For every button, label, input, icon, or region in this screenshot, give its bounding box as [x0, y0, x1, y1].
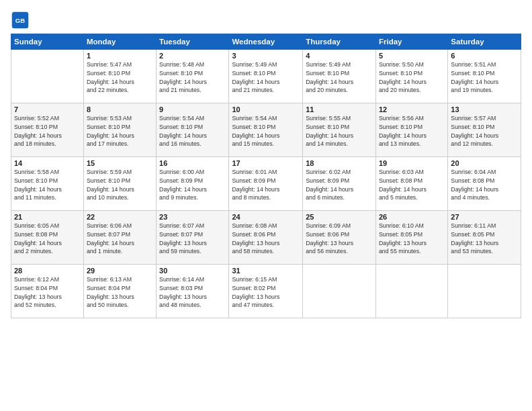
calendar-cell: 23Sunrise: 6:07 AM Sunset: 8:07 PM Dayli… — [157, 211, 229, 265]
calendar-cell: 26Sunrise: 6:10 AM Sunset: 8:05 PM Dayli… — [375, 211, 447, 265]
day-number: 31 — [232, 267, 300, 275]
day-number: 17 — [232, 159, 300, 167]
day-number: 4 — [306, 52, 373, 60]
header: GB — [11, 11, 521, 30]
day-info: Sunrise: 5:47 AM Sunset: 8:10 PM Dayligh… — [87, 60, 153, 95]
calendar-header-cell: Saturday — [448, 34, 521, 50]
day-info: Sunrise: 6:13 AM Sunset: 8:04 PM Dayligh… — [87, 275, 153, 310]
svg-text:GB: GB — [15, 17, 25, 24]
day-info: Sunrise: 5:53 AM Sunset: 8:10 PM Dayligh… — [87, 114, 153, 148]
day-info: Sunrise: 6:12 AM Sunset: 8:04 PM Dayligh… — [14, 275, 81, 310]
calendar-week-row: 28Sunrise: 6:12 AM Sunset: 8:04 PM Dayli… — [11, 265, 521, 318]
calendar-cell — [448, 265, 521, 318]
calendar-cell: 13Sunrise: 5:57 AM Sunset: 8:10 PM Dayli… — [448, 103, 521, 157]
day-info: Sunrise: 6:05 AM Sunset: 8:08 PM Dayligh… — [14, 222, 81, 256]
calendar-cell — [11, 50, 84, 103]
day-info: Sunrise: 6:08 AM Sunset: 8:06 PM Dayligh… — [232, 222, 300, 256]
calendar-cell: 30Sunrise: 6:14 AM Sunset: 8:03 PM Dayli… — [157, 265, 229, 318]
day-number: 30 — [159, 267, 226, 275]
day-number: 8 — [87, 105, 153, 113]
calendar-header-cell: Wednesday — [229, 34, 303, 50]
day-number: 28 — [14, 267, 81, 275]
calendar-cell: 8Sunrise: 5:53 AM Sunset: 8:10 PM Daylig… — [83, 103, 156, 157]
day-number: 12 — [379, 105, 445, 113]
calendar-week-row: 1Sunrise: 5:47 AM Sunset: 8:10 PM Daylig… — [11, 50, 521, 103]
calendar-week-row: 14Sunrise: 5:58 AM Sunset: 8:10 PM Dayli… — [11, 157, 521, 211]
calendar-cell: 11Sunrise: 5:55 AM Sunset: 8:10 PM Dayli… — [303, 103, 376, 157]
day-number: 11 — [306, 105, 373, 113]
calendar-cell: 10Sunrise: 5:54 AM Sunset: 8:10 PM Dayli… — [229, 103, 303, 157]
calendar-cell: 31Sunrise: 6:15 AM Sunset: 8:02 PM Dayli… — [229, 265, 303, 318]
calendar-cell: 3Sunrise: 5:49 AM Sunset: 8:10 PM Daylig… — [229, 50, 303, 103]
day-number: 2 — [159, 52, 226, 60]
day-number: 9 — [159, 105, 226, 113]
calendar-header-cell: Thursday — [303, 34, 376, 50]
day-info: Sunrise: 6:11 AM Sunset: 8:05 PM Dayligh… — [451, 222, 518, 256]
calendar-week-row: 21Sunrise: 6:05 AM Sunset: 8:08 PM Dayli… — [11, 211, 521, 265]
calendar-header-cell: Tuesday — [157, 34, 229, 50]
day-info: Sunrise: 6:00 AM Sunset: 8:09 PM Dayligh… — [159, 168, 226, 202]
day-info: Sunrise: 5:54 AM Sunset: 8:10 PM Dayligh… — [159, 114, 226, 148]
calendar-header-cell: Monday — [83, 34, 156, 50]
day-info: Sunrise: 5:52 AM Sunset: 8:10 PM Dayligh… — [14, 114, 81, 148]
day-info: Sunrise: 5:54 AM Sunset: 8:10 PM Dayligh… — [232, 114, 300, 148]
calendar-cell: 25Sunrise: 6:09 AM Sunset: 8:06 PM Dayli… — [303, 211, 376, 265]
day-number: 7 — [14, 105, 81, 113]
day-info: Sunrise: 5:59 AM Sunset: 8:10 PM Dayligh… — [87, 168, 153, 202]
day-number: 3 — [232, 52, 300, 60]
calendar-cell: 12Sunrise: 5:56 AM Sunset: 8:10 PM Dayli… — [375, 103, 447, 157]
calendar-header-cell: Sunday — [11, 34, 84, 50]
calendar-table: SundayMondayTuesdayWednesdayThursdayFrid… — [11, 34, 521, 318]
day-number: 22 — [87, 213, 153, 221]
calendar-cell: 1Sunrise: 5:47 AM Sunset: 8:10 PM Daylig… — [83, 50, 156, 103]
page: GB SundayMondayTuesdayWednesdayThursdayF… — [0, 0, 532, 411]
day-info: Sunrise: 6:03 AM Sunset: 8:08 PM Dayligh… — [379, 168, 445, 202]
day-number: 25 — [306, 213, 373, 221]
calendar-cell — [303, 265, 376, 318]
calendar-cell: 24Sunrise: 6:08 AM Sunset: 8:06 PM Dayli… — [229, 211, 303, 265]
day-number: 1 — [87, 52, 153, 60]
day-info: Sunrise: 5:49 AM Sunset: 8:10 PM Dayligh… — [232, 60, 300, 95]
day-info: Sunrise: 6:06 AM Sunset: 8:07 PM Dayligh… — [87, 222, 153, 256]
calendar-cell: 18Sunrise: 6:02 AM Sunset: 8:09 PM Dayli… — [303, 157, 376, 211]
day-number: 16 — [159, 159, 226, 167]
day-info: Sunrise: 5:49 AM Sunset: 8:10 PM Dayligh… — [306, 60, 373, 95]
calendar-cell: 7Sunrise: 5:52 AM Sunset: 8:10 PM Daylig… — [11, 103, 84, 157]
day-info: Sunrise: 5:56 AM Sunset: 8:10 PM Dayligh… — [379, 114, 445, 148]
day-number: 20 — [451, 159, 518, 167]
day-info: Sunrise: 6:04 AM Sunset: 8:08 PM Dayligh… — [451, 168, 518, 202]
calendar-cell: 9Sunrise: 5:54 AM Sunset: 8:10 PM Daylig… — [157, 103, 229, 157]
calendar-cell: 21Sunrise: 6:05 AM Sunset: 8:08 PM Dayli… — [11, 211, 84, 265]
day-info: Sunrise: 6:01 AM Sunset: 8:09 PM Dayligh… — [232, 168, 300, 202]
calendar-cell: 19Sunrise: 6:03 AM Sunset: 8:08 PM Dayli… — [375, 157, 447, 211]
calendar-cell: 15Sunrise: 5:59 AM Sunset: 8:10 PM Dayli… — [83, 157, 156, 211]
calendar-body: 1Sunrise: 5:47 AM Sunset: 8:10 PM Daylig… — [11, 50, 521, 318]
day-number: 15 — [87, 159, 153, 167]
calendar-cell: 5Sunrise: 5:50 AM Sunset: 8:10 PM Daylig… — [375, 50, 447, 103]
logo: GB — [11, 11, 32, 30]
calendar-header-cell: Friday — [375, 34, 447, 50]
day-info: Sunrise: 6:14 AM Sunset: 8:03 PM Dayligh… — [159, 275, 226, 310]
calendar-cell: 14Sunrise: 5:58 AM Sunset: 8:10 PM Dayli… — [11, 157, 84, 211]
day-number: 13 — [451, 105, 518, 113]
calendar-cell: 17Sunrise: 6:01 AM Sunset: 8:09 PM Dayli… — [229, 157, 303, 211]
calendar-cell: 27Sunrise: 6:11 AM Sunset: 8:05 PM Dayli… — [448, 211, 521, 265]
day-number: 26 — [379, 213, 445, 221]
day-number: 6 — [451, 52, 518, 60]
calendar-cell: 20Sunrise: 6:04 AM Sunset: 8:08 PM Dayli… — [448, 157, 521, 211]
calendar-cell — [375, 265, 447, 318]
day-info: Sunrise: 5:57 AM Sunset: 8:10 PM Dayligh… — [451, 114, 518, 148]
day-number: 14 — [14, 159, 81, 167]
day-number: 5 — [379, 52, 445, 60]
day-number: 10 — [232, 105, 300, 113]
day-number: 27 — [451, 213, 518, 221]
day-info: Sunrise: 6:02 AM Sunset: 8:09 PM Dayligh… — [306, 168, 373, 202]
day-info: Sunrise: 5:50 AM Sunset: 8:10 PM Dayligh… — [379, 60, 445, 95]
day-number: 18 — [306, 159, 373, 167]
day-info: Sunrise: 5:48 AM Sunset: 8:10 PM Dayligh… — [159, 60, 226, 95]
calendar-cell: 2Sunrise: 5:48 AM Sunset: 8:10 PM Daylig… — [157, 50, 229, 103]
day-number: 24 — [232, 213, 300, 221]
calendar-cell: 29Sunrise: 6:13 AM Sunset: 8:04 PM Dayli… — [83, 265, 156, 318]
day-info: Sunrise: 6:07 AM Sunset: 8:07 PM Dayligh… — [159, 222, 226, 256]
calendar-cell: 28Sunrise: 6:12 AM Sunset: 8:04 PM Dayli… — [11, 265, 84, 318]
